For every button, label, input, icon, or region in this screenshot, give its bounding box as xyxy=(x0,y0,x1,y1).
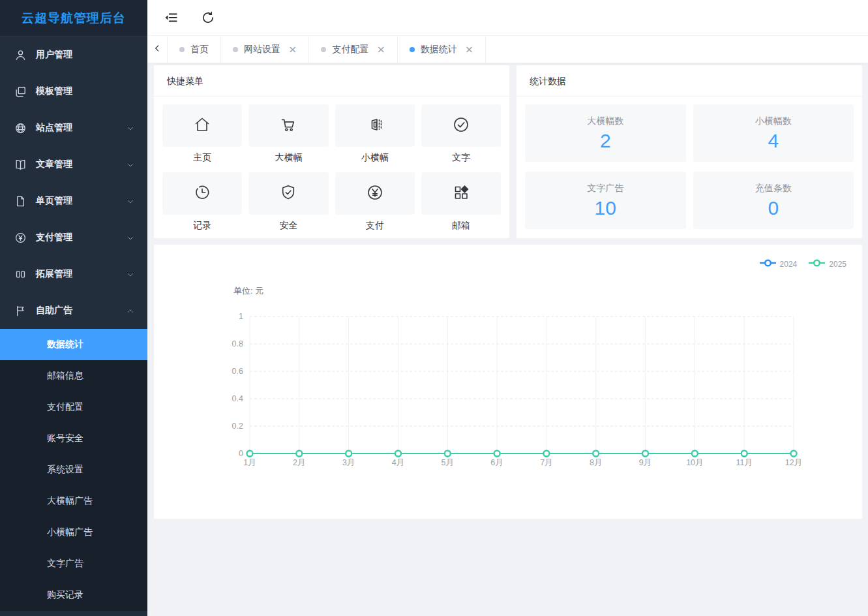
quick-menu-cell: 大横幅 xyxy=(248,104,328,172)
stat-label: 充值条数 xyxy=(693,172,854,194)
tab-payment-config[interactable]: 支付配置× xyxy=(309,36,397,63)
quick-button-label: 大横幅 xyxy=(248,152,328,164)
tab-home[interactable]: 首页 xyxy=(168,36,221,63)
content: 快捷菜单 主页大横幅小横幅文字记录安全支付邮箱 统计数据 大横幅数2小横幅数4文… xyxy=(147,63,868,616)
site-icon xyxy=(14,122,27,134)
quick-button-label: 邮箱 xyxy=(421,220,501,232)
tab-close-icon[interactable]: × xyxy=(465,44,473,55)
tab-status-dot xyxy=(321,47,326,52)
home-icon xyxy=(192,115,212,136)
svg-text:11月: 11月 xyxy=(736,458,752,467)
quick-button-payment[interactable] xyxy=(335,172,415,215)
quick-button-text[interactable] xyxy=(421,104,501,147)
stat-label: 小横幅数 xyxy=(693,104,854,127)
sidebar-item-label: 模板管理 xyxy=(36,85,72,97)
svg-text:8月: 8月 xyxy=(590,458,602,467)
extension-icon xyxy=(14,268,27,281)
sidebar-subitem-system-settings[interactable]: 系统设置 xyxy=(0,454,147,485)
main-area: 首页网站设置×支付配置×数据统计× 快捷菜单 主页大横幅小横幅文字记录安全支付邮… xyxy=(147,0,868,616)
tabs: 首页网站设置×支付配置×数据统计× xyxy=(168,36,486,63)
tab-close-icon[interactable]: × xyxy=(376,44,385,55)
tab-data-stats[interactable]: 数据统计× xyxy=(398,36,486,63)
quick-menu-cell: 主页 xyxy=(162,104,242,172)
svg-text:10月: 10月 xyxy=(686,458,703,467)
sidebar-subitem-large-banner-ads[interactable]: 大横幅广告 xyxy=(0,485,147,517)
sidebar-item-pages[interactable]: 单页管理 xyxy=(0,183,147,219)
refresh-button[interactable] xyxy=(201,10,215,25)
sidebar-subitem-account-security[interactable]: 账号安全 xyxy=(0,423,147,454)
sidebar-item-articles[interactable]: 文章管理 xyxy=(0,146,147,183)
svg-text:3月: 3月 xyxy=(342,458,355,467)
stat-tile: 大横幅数2 xyxy=(525,104,686,162)
svg-text:4月: 4月 xyxy=(392,458,404,467)
stats-title: 统计数据 xyxy=(516,65,862,97)
grid-diamond-icon xyxy=(451,183,471,204)
sidebar-subitem-label: 数据统计 xyxy=(47,339,83,350)
sidebar-item-label: 支付管理 xyxy=(36,232,72,243)
svg-text:12月: 12月 xyxy=(785,458,802,467)
tab-status-dot xyxy=(233,47,238,52)
sidebar-item-extensions[interactable]: 拓展管理 xyxy=(0,256,147,292)
sidebar-item-self-ads[interactable]: 自助广告 xyxy=(0,292,147,329)
stat-tile: 文字广告10 xyxy=(525,172,686,229)
clock-icon xyxy=(192,183,212,204)
sidebar-subitem-small-banner-ads[interactable]: 小横幅广告 xyxy=(0,517,147,548)
article-icon xyxy=(14,159,27,171)
sidebar-subitem-mailbox-info[interactable]: 邮箱信息 xyxy=(0,360,147,392)
tab-status-dot xyxy=(179,47,185,52)
cart-icon xyxy=(278,115,298,136)
sidebar-subitem-label: 小横幅广告 xyxy=(47,527,93,538)
quick-menu-title: 快捷菜单 xyxy=(154,65,509,97)
quick-button-label: 文字 xyxy=(421,152,501,164)
sidebar: 云超导航管理后台 用户管理模板管理站点管理文章管理单页管理支付管理拓展管理自助广… xyxy=(0,0,147,616)
sidebar-item-label: 拓展管理 xyxy=(36,268,72,280)
sidebar-subitem-label: 文字广告 xyxy=(47,558,83,570)
quick-button-label: 安全 xyxy=(248,220,328,232)
sidebar-item-templates[interactable]: 模板管理 xyxy=(0,73,147,110)
quick-button-records[interactable] xyxy=(162,172,242,215)
sidebar-item-payments[interactable]: 支付管理 xyxy=(0,219,147,256)
quick-menu-grid: 主页大横幅小横幅文字记录安全支付邮箱 xyxy=(154,97,509,240)
sidebar-item-users[interactable]: 用户管理 xyxy=(0,37,147,73)
svg-text:1月: 1月 xyxy=(243,458,256,467)
quick-button-label: 支付 xyxy=(335,220,415,232)
flag-icon xyxy=(14,305,27,317)
sidebar-subitem-text-ads[interactable]: 文字广告 xyxy=(0,548,147,579)
fold-icon xyxy=(164,17,178,27)
template-icon xyxy=(14,85,27,98)
stat-value: 2 xyxy=(525,130,686,152)
quick-menu-card: 快捷菜单 主页大横幅小横幅文字记录安全支付邮箱 xyxy=(154,65,509,238)
tab-label: 数据统计 xyxy=(421,44,457,55)
stat-value: 10 xyxy=(525,197,686,219)
quick-button-security[interactable] xyxy=(248,172,328,215)
svg-text:0.6: 0.6 xyxy=(232,367,243,376)
sidebar-subitem-purchase-records[interactable]: 购买记录 xyxy=(0,579,147,611)
chevron-down-icon xyxy=(127,161,134,168)
sidebar-subitem-payment-config[interactable]: 支付配置 xyxy=(0,392,147,423)
quick-menu-cell: 文字 xyxy=(421,104,501,172)
sidebar-item-label: 用户管理 xyxy=(36,49,72,61)
quick-button-label: 小横幅 xyxy=(335,152,415,164)
tab-close-icon[interactable]: × xyxy=(288,44,297,55)
chevron-down-icon xyxy=(127,270,134,278)
quick-button-small-banner[interactable] xyxy=(335,104,415,147)
tab-site-settings[interactable]: 网站设置× xyxy=(221,36,309,63)
quick-menu-cell: 记录 xyxy=(162,172,242,240)
sidebar-subitem-data-stats[interactable]: 数据统计 xyxy=(0,329,147,360)
quick-button-home[interactable] xyxy=(162,104,242,147)
tab-bar: 首页网站设置×支付配置×数据统计× xyxy=(147,36,868,63)
svg-text:5月: 5月 xyxy=(441,458,454,467)
sidebar-submenu: 数据统计邮箱信息支付配置账号安全系统设置大横幅广告小横幅广告文字广告购买记录 xyxy=(0,329,147,611)
quick-button-large-banner[interactable] xyxy=(248,104,328,147)
stat-value: 4 xyxy=(693,130,854,152)
sidebar-item-label: 文章管理 xyxy=(36,159,72,170)
sidebar-subitem-label: 系统设置 xyxy=(47,464,83,476)
stat-label: 文字广告 xyxy=(525,172,686,194)
chevron-down-icon xyxy=(127,234,134,241)
quick-button-mailbox[interactable] xyxy=(421,172,501,215)
sidebar-subitem-label: 购买记录 xyxy=(47,589,83,601)
sidebar-item-sites[interactable]: 站点管理 xyxy=(0,110,147,146)
sidebar-collapse-button[interactable] xyxy=(164,10,178,25)
shield-check-icon xyxy=(278,183,298,204)
tabs-back-button[interactable] xyxy=(147,36,168,63)
